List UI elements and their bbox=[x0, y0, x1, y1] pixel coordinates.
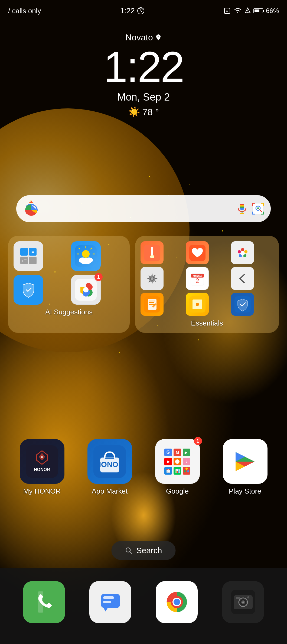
location-display: Novato bbox=[125, 33, 161, 43]
svg-rect-58 bbox=[234, 271, 251, 287]
my-honor-app[interactable]: HONOR ◆ My HONOR bbox=[20, 439, 64, 495]
messages-dock-icon[interactable] bbox=[89, 581, 131, 623]
stickies-app-icon[interactable] bbox=[186, 293, 209, 316]
svg-text:M: M bbox=[176, 450, 179, 455]
calendar-app-icon[interactable]: Monday 2 bbox=[186, 267, 209, 290]
pages-app-icon[interactable] bbox=[141, 293, 164, 316]
weather-app-icon[interactable] bbox=[71, 241, 101, 271]
ai-suggestions-label: AI Suggestions bbox=[14, 308, 124, 316]
ai-suggestions-folder[interactable]: − = + − bbox=[8, 236, 130, 333]
microphone-icon[interactable] bbox=[236, 203, 248, 215]
my-honor-label: My HONOR bbox=[23, 487, 61, 495]
status-right: N 66% bbox=[224, 7, 279, 15]
svg-point-5 bbox=[158, 36, 159, 37]
svg-rect-62 bbox=[149, 302, 154, 303]
paintbrush-app-icon[interactable] bbox=[141, 241, 164, 264]
svg-point-47 bbox=[238, 250, 241, 253]
svg-text:HONOR: HONOR bbox=[96, 460, 124, 469]
google-lens-icon[interactable] bbox=[252, 203, 264, 215]
svg-point-93 bbox=[185, 468, 188, 470]
svg-point-26 bbox=[82, 250, 90, 258]
status-time: 1:22 bbox=[120, 7, 145, 15]
svg-point-7 bbox=[30, 201, 32, 201]
nfc-icon: N bbox=[224, 7, 231, 14]
svg-text:−: − bbox=[23, 250, 25, 254]
security-shield-icon[interactable] bbox=[14, 275, 43, 305]
svg-point-110 bbox=[174, 599, 180, 605]
svg-rect-12 bbox=[240, 208, 244, 210]
google-logo bbox=[23, 201, 39, 217]
google-photos-icon[interactable]: 1 bbox=[71, 275, 101, 305]
dock bbox=[0, 568, 287, 644]
svg-rect-39 bbox=[151, 247, 153, 255]
location-pin-icon bbox=[155, 34, 162, 41]
svg-text:📅: 📅 bbox=[166, 469, 171, 473]
svg-rect-63 bbox=[149, 304, 155, 305]
battery-icon bbox=[253, 8, 263, 13]
phone-dock-icon[interactable] bbox=[23, 581, 65, 623]
svg-point-116 bbox=[242, 601, 244, 603]
svg-text:+: + bbox=[21, 259, 23, 263]
svg-text:📊: 📊 bbox=[175, 469, 180, 473]
bottom-search-pill[interactable]: Search bbox=[111, 541, 175, 560]
app-market-icon[interactable]: HONOR bbox=[87, 439, 132, 484]
ntp-icon bbox=[137, 7, 145, 15]
svg-text:♪: ♪ bbox=[185, 459, 188, 464]
back-arrow-icon[interactable] bbox=[231, 267, 254, 290]
calculator-icon[interactable]: − = + − bbox=[14, 241, 43, 271]
svg-rect-20 bbox=[29, 257, 37, 264]
svg-text:▶: ▶ bbox=[167, 459, 170, 464]
photos-badge: 1 bbox=[94, 273, 103, 281]
svg-rect-11 bbox=[240, 207, 244, 208]
svg-text:G: G bbox=[167, 450, 170, 455]
svg-text:HONOR: HONOR bbox=[34, 467, 50, 472]
svg-point-37 bbox=[83, 287, 89, 292]
search-pill-icon bbox=[125, 547, 132, 554]
camera-dock-icon[interactable] bbox=[222, 581, 264, 623]
svg-rect-10 bbox=[240, 205, 244, 207]
photos-flowers-icon[interactable] bbox=[231, 241, 254, 264]
svg-text:−: − bbox=[24, 256, 27, 262]
svg-rect-118 bbox=[236, 597, 240, 599]
my-honor-icon[interactable]: HONOR ◆ bbox=[20, 439, 64, 484]
svg-text:N: N bbox=[226, 10, 228, 13]
shield2-app-icon[interactable] bbox=[231, 293, 254, 316]
settings-app-icon[interactable] bbox=[141, 267, 164, 290]
clock-time-display: 1:22 bbox=[103, 45, 183, 89]
cure-app-icon[interactable] bbox=[186, 241, 209, 264]
google-folder-app[interactable]: 1 G M ▶ ♪ bbox=[155, 439, 200, 495]
svg-point-44 bbox=[244, 250, 247, 253]
weather-display: ☀️ 78 ° bbox=[128, 106, 159, 118]
app-market-app[interactable]: HONOR App Market bbox=[87, 439, 132, 495]
google-folder-badge: 1 bbox=[194, 437, 202, 445]
bottom-search-text: Search bbox=[136, 546, 162, 555]
apps-row: HONOR ◆ My HONOR HONOR App Market 1 bbox=[8, 439, 279, 495]
svg-text:=: = bbox=[31, 250, 34, 254]
google-search-widget[interactable] bbox=[16, 195, 271, 222]
svg-rect-4 bbox=[247, 12, 248, 12]
svg-rect-68 bbox=[26, 445, 58, 478]
app-market-label: App Market bbox=[92, 487, 128, 495]
svg-point-33 bbox=[79, 257, 86, 263]
svg-rect-61 bbox=[149, 301, 155, 301]
play-store-app[interactable]: Play Store bbox=[223, 439, 268, 495]
svg-point-95 bbox=[187, 470, 189, 472]
status-bar: / calls only 1:22 N bbox=[0, 0, 287, 22]
svg-point-15 bbox=[257, 207, 259, 209]
svg-point-94 bbox=[184, 470, 186, 472]
svg-text:◆: ◆ bbox=[41, 455, 43, 458]
svg-point-43 bbox=[241, 248, 244, 251]
temperature-display: 78 ° bbox=[142, 107, 159, 117]
chrome-dock-icon[interactable] bbox=[156, 581, 198, 623]
status-left: / calls only bbox=[8, 7, 41, 15]
svg-point-117 bbox=[247, 596, 249, 598]
folders-row: − = + − bbox=[8, 236, 279, 333]
svg-rect-3 bbox=[247, 10, 248, 11]
essentials-folder[interactable]: Monday 2 bbox=[135, 236, 279, 333]
google-folder-icon[interactable]: G M ▶ ♪ 📅 📊 bbox=[155, 439, 200, 484]
alert-icon bbox=[245, 7, 251, 14]
svg-text:2: 2 bbox=[195, 277, 199, 284]
svg-point-40 bbox=[150, 255, 154, 258]
play-store-icon[interactable] bbox=[223, 439, 268, 484]
google-folder-label: Google bbox=[166, 487, 189, 495]
